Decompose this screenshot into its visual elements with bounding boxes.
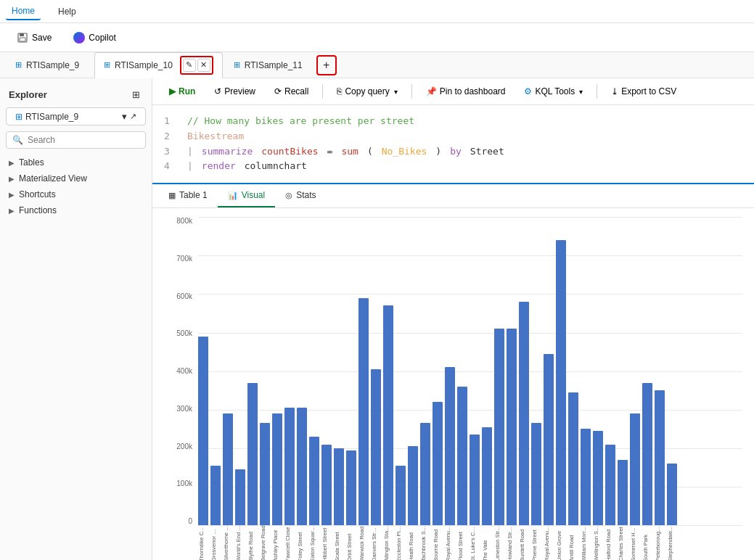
bar[interactable] <box>321 445 332 526</box>
copy-query-button[interactable]: ⎘ Copy query <box>329 83 405 100</box>
x-label: Howland Street <box>507 525 517 560</box>
tab-rtisample10[interactable]: ⊞ RTISample_10 ✎ ✕ <box>94 52 223 78</box>
bar[interactable] <box>531 423 541 525</box>
bar[interactable] <box>581 429 591 525</box>
bar[interactable] <box>383 305 393 525</box>
bar[interactable] <box>396 466 406 525</box>
bar[interactable] <box>272 413 282 525</box>
x-label: Somerset House <box>630 525 640 560</box>
search-icon: 🔍 <box>12 135 23 145</box>
bar[interactable] <box>457 387 467 525</box>
result-tab-visual[interactable]: 📊 Visual <box>218 184 275 207</box>
preview-icon: ↺ <box>214 86 221 96</box>
y-label: 300k <box>176 405 192 413</box>
tab-rtisample11[interactable]: ⊞ RTISample_11 <box>224 57 312 74</box>
x-label: Thorndike C... <box>198 525 208 560</box>
bar[interactable] <box>433 402 443 525</box>
toolbar-sep-1 <box>322 84 323 99</box>
db-selector[interactable]: ⊞ RTISample_9 ▾ ↗ <box>6 107 146 125</box>
bar[interactable] <box>334 448 344 525</box>
tables-label: Tables <box>19 157 44 168</box>
stats-tab-icon: ◎ <box>285 191 292 200</box>
bar[interactable] <box>198 337 208 525</box>
shortcuts-label: Shortcuts <box>19 189 56 199</box>
y-label: 600k <box>176 292 192 300</box>
kql-icon: ⚙ <box>524 86 532 96</box>
bar[interactable] <box>593 431 603 525</box>
run-button[interactable]: ▶ Run <box>161 83 203 100</box>
result-tab-table[interactable]: ▦ Table 1 <box>158 184 218 207</box>
line-num-4: 4 <box>164 159 179 174</box>
x-label: Royal Avenue 2 <box>445 525 455 560</box>
bar[interactable] <box>235 469 245 525</box>
run-label: Run <box>179 86 195 96</box>
results-tabs: ▦ Table 1 📊 Visual ◎ Stats <box>152 184 754 208</box>
toolbar-sep-2 <box>411 84 412 99</box>
tab-icon-3: ⊞ <box>234 60 240 70</box>
bar[interactable] <box>346 450 356 526</box>
db-external-icon: ↗ <box>130 112 136 121</box>
result-tab-stats[interactable]: ◎ Stats <box>275 184 326 207</box>
menu-home[interactable]: Home <box>6 3 41 20</box>
bar[interactable] <box>507 329 517 525</box>
menu-bar: Home Help <box>0 0 754 23</box>
bar[interactable] <box>445 367 455 525</box>
table-tab-label: Table 1 <box>179 190 208 200</box>
x-label: Antill Road <box>568 525 578 560</box>
x-label: Wellington Street <box>593 525 603 560</box>
bar[interactable] <box>556 240 566 525</box>
bar[interactable] <box>642 383 652 526</box>
tab-rtisample9[interactable]: ⊞ RTISample_9 <box>6 57 93 74</box>
y-label: 700k <box>176 255 192 263</box>
bar[interactable] <box>210 466 221 525</box>
copilot-button[interactable]: Copilot <box>65 28 123 47</box>
bar[interactable] <box>358 298 369 525</box>
x-label: Heath Road <box>408 525 418 560</box>
bar[interactable] <box>519 302 529 525</box>
code-func-sum: sum <box>341 144 358 160</box>
bar[interactable] <box>655 390 665 525</box>
svg-rect-1 <box>20 33 24 36</box>
preview-button[interactable]: ↺ Preview <box>206 83 263 100</box>
bar[interactable] <box>371 369 381 525</box>
bar[interactable] <box>408 446 418 525</box>
export-button[interactable]: ⤓ Export to CSV <box>603 83 684 100</box>
bar[interactable] <box>470 435 480 525</box>
pin-button[interactable]: 📌 Pin to dashboard <box>418 83 514 100</box>
save-button[interactable]: Save <box>9 28 60 47</box>
bar[interactable] <box>297 408 307 525</box>
x-label: Warwick Road <box>358 525 369 560</box>
tree-item-functions[interactable]: ▶ Functions <box>0 202 152 218</box>
tree-item-shortcuts[interactable]: ▶ Shortcuts <box>0 186 152 202</box>
bar[interactable] <box>630 413 640 525</box>
kql-tools-button[interactable]: ⚙ KQL Tools <box>516 83 591 100</box>
bar[interactable] <box>568 392 578 525</box>
bar[interactable] <box>494 329 504 525</box>
tab-label-2: RTISample_10 <box>115 60 173 70</box>
bar[interactable] <box>544 354 554 525</box>
code-editor[interactable]: 1 // How many bikes are present per stre… <box>152 105 754 183</box>
tab-close-button[interactable]: ✕ <box>197 59 210 72</box>
bar[interactable] <box>420 423 430 525</box>
sidebar-expand-icon[interactable]: ⊞ <box>128 87 143 102</box>
bar[interactable] <box>284 408 295 525</box>
x-labels: Thorndike C...Grosvenor CrescentSilverth… <box>198 525 742 560</box>
menu-help[interactable]: Help <box>52 4 82 20</box>
recall-button[interactable]: ⟳ Recall <box>266 83 316 100</box>
bar[interactable] <box>309 437 319 525</box>
bar[interactable] <box>223 413 233 525</box>
tree-item-tables[interactable]: ▶ Tables <box>0 155 152 170</box>
bar[interactable] <box>667 464 677 525</box>
copilot-label: Copilot <box>89 33 115 43</box>
code-table: Bikestream <box>187 129 244 144</box>
tree-item-materialized-view[interactable]: ▶ Materialized View <box>0 170 152 186</box>
search-input[interactable] <box>28 135 139 145</box>
explorer-sidebar: Explorer ⊞ ⊞ RTISample_9 ▾ ↗ 🔍 ▶ Tables … <box>0 78 152 560</box>
tab-edit-button[interactable]: ✎ <box>183 59 196 72</box>
bar[interactable] <box>618 460 628 525</box>
bar[interactable] <box>247 383 258 526</box>
bar[interactable] <box>605 445 615 526</box>
bar[interactable] <box>260 423 270 525</box>
bar[interactable] <box>482 427 492 525</box>
add-tab-button[interactable]: + <box>316 55 337 75</box>
